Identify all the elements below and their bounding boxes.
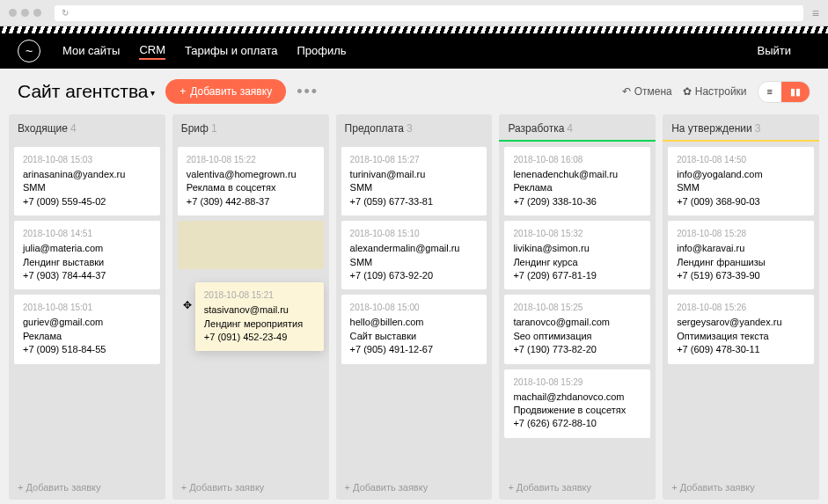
card-phone: +7 (190) 773-82-20 [513, 343, 641, 356]
card-phone: +7 (009) 559-45-02 [23, 195, 151, 208]
more-menu[interactable]: ••• [297, 83, 319, 101]
column-header: Разработка4 [499, 114, 656, 140]
card-date: 2018-10-08 15:01 [23, 302, 151, 314]
card-date: 2018-10-08 15:26 [677, 302, 805, 314]
card-email: info@karavai.ru [677, 242, 805, 255]
column-title: Разработка [508, 122, 564, 135]
lead-card[interactable]: 2018-10-08 15:32livikina@simon.ruЛендинг… [504, 221, 650, 289]
lead-card[interactable]: 2018-10-08 15:10alexandermalin@gmail.ruS… [341, 221, 487, 289]
pattern-strip [0, 26, 828, 33]
dot [9, 9, 17, 17]
column: Предоплата32018-10-08 15:27turinivan@mai… [336, 114, 493, 500]
view-board-button[interactable]: ▮▮ [781, 82, 810, 102]
lead-card[interactable]: 2018-10-08 15:25taranovco@gmail.comSeo о… [504, 295, 650, 363]
view-toggle: ≡ ▮▮ [758, 81, 810, 103]
settings-button[interactable]: ✿Настройки [683, 85, 747, 98]
list-icon: ≡ [767, 86, 773, 97]
lead-card[interactable]: 2018-10-08 14:51julia@materia.comЛендинг… [14, 221, 160, 289]
column-body[interactable]: 2018-10-08 15:27turinivan@mail.ruSMM+7 (… [336, 147, 493, 475]
column-body[interactable]: 2018-10-08 15:03arinasanina@yandex.ruSMM… [9, 147, 165, 475]
column-header: На утверждении3 [663, 114, 819, 140]
logout-link[interactable]: Выйти [758, 44, 792, 59]
add-card-button[interactable]: + Добавить заявку [663, 475, 819, 500]
lead-card[interactable]: 2018-10-08 15:29machail@zhdanovco.comПро… [504, 369, 650, 438]
column-header: Предоплата3 [336, 114, 493, 140]
card-email: turinivan@mail.ru [350, 168, 479, 181]
card-date: 2018-10-08 15:25 [513, 302, 641, 314]
card-email: livikina@simon.ru [513, 242, 641, 255]
menu-icon[interactable]: ≡ [812, 6, 819, 20]
browser-chrome: ↻ ≡ [0, 0, 828, 26]
lead-card[interactable]: 2018-10-08 15:03arinasanina@yandex.ruSMM… [14, 147, 160, 215]
nav-item[interactable]: Мои сайты [62, 44, 120, 59]
add-card-button[interactable]: + Добавить заявку [9, 475, 165, 500]
site-selector[interactable]: Сайт агентства [18, 81, 155, 102]
card-tag: Продвижение в соцсетях [513, 404, 641, 417]
lead-card[interactable]: 2018-10-08 15:27turinivan@mail.ruSMM+7 (… [341, 147, 487, 215]
card-tag: Seo оптимизация [513, 330, 641, 343]
column-header: Бриф1 [172, 114, 329, 140]
lead-card[interactable]: 2018-10-08 15:22valentiva@homegrown.ruРе… [178, 147, 324, 215]
lead-card[interactable]: 2018-10-08 15:26sergeysarov@yandex.ruОпт… [668, 295, 814, 363]
column-title: На утверждении [671, 122, 752, 135]
column: На утверждении32018-10-08 14:50info@yoga… [663, 114, 819, 500]
add-card-button[interactable]: + Добавить заявку [499, 475, 656, 500]
card-email: alexandermalin@gmail.ru [350, 242, 479, 255]
dot [21, 9, 29, 17]
card-phone: +7 (109) 673-92-20 [350, 269, 479, 282]
column-bar [499, 140, 656, 142]
nav-item[interactable]: Профиль [297, 44, 346, 59]
nav-item[interactable]: Тарифы и оплата [185, 44, 277, 59]
lead-card[interactable]: 2018-10-08 16:08lenenadenchuk@mail.ruРек… [504, 147, 650, 215]
add-card-button[interactable]: + Добавить заявку [336, 475, 493, 500]
view-list-button[interactable]: ≡ [758, 82, 781, 102]
card-date: 2018-10-08 15:27 [350, 154, 479, 166]
column-bar [336, 140, 493, 142]
card-email: hello@billen.com [350, 316, 479, 329]
nav-item[interactable]: CRM [139, 43, 165, 60]
lead-card-dragging[interactable]: ✥2018-10-08 15:21stasivanov@mail.ruЛенди… [195, 282, 324, 351]
card-email: lenenadenchuk@mail.ru [513, 168, 641, 181]
card-phone: +7 (519) 673-39-90 [677, 269, 805, 282]
column-title: Предоплата [345, 122, 404, 135]
card-phone: +7 (009) 368-90-03 [677, 195, 805, 208]
column-title: Бриф [181, 122, 209, 135]
cancel-button[interactable]: ↶Отмена [622, 85, 672, 98]
card-date: 2018-10-08 14:51 [23, 228, 151, 240]
card-phone: +7 (091) 452-23-49 [204, 331, 315, 344]
tilda-logo[interactable]: ~ [18, 40, 40, 62]
card-email: arinasanina@yandex.ru [23, 168, 151, 181]
column-count: 1 [211, 122, 217, 135]
card-phone: +7 (309) 442-88-37 [187, 195, 315, 208]
url-bar[interactable]: ↻ [55, 5, 803, 21]
column-body[interactable]: 2018-10-08 15:22valentiva@homegrown.ruРе… [172, 147, 329, 475]
lead-card[interactable]: 2018-10-08 15:01guriev@gmail.comРеклама+… [14, 295, 160, 363]
add-card-button[interactable]: + Добавить заявку [172, 475, 329, 500]
card-tag: Лендинг франшизы [677, 256, 805, 269]
card-phone: +7 (059) 677-33-81 [350, 195, 479, 208]
column-count: 3 [755, 122, 761, 135]
dot [33, 9, 41, 17]
add-lead-button[interactable]: +Добавить заявку [165, 79, 286, 104]
lead-card[interactable]: 2018-10-08 14:50info@yogaland.comSMM+7 (… [668, 147, 814, 215]
card-phone: +7 (209) 677-81-19 [513, 269, 641, 282]
lead-card[interactable]: 2018-10-08 15:00hello@billen.comСайт выс… [341, 295, 487, 363]
window-controls[interactable] [9, 9, 41, 17]
column-bar [663, 140, 819, 142]
card-date: 2018-10-08 16:08 [513, 154, 641, 166]
column: Разработка42018-10-08 16:08lenenadenchuk… [499, 114, 656, 500]
column-body[interactable]: 2018-10-08 14:50info@yogaland.comSMM+7 (… [663, 147, 819, 475]
card-tag: SMM [350, 181, 479, 194]
reload-icon: ↻ [62, 8, 69, 18]
card-tag: Сайт выставки [350, 330, 479, 343]
card-date: 2018-10-08 15:28 [677, 228, 805, 240]
board-icon: ▮▮ [790, 86, 801, 98]
card-tag: Лендинг выставки [23, 256, 151, 269]
column-title: Входящие [18, 122, 68, 135]
card-tag: Оптимизация текста [677, 330, 805, 343]
card-date: 2018-10-08 14:50 [677, 154, 805, 166]
card-tag: SMM [23, 181, 151, 194]
column-body[interactable]: 2018-10-08 16:08lenenadenchuk@mail.ruРек… [499, 147, 656, 475]
card-date: 2018-10-08 15:32 [513, 228, 641, 240]
lead-card[interactable]: 2018-10-08 15:28info@karavai.ruЛендинг ф… [668, 221, 814, 289]
